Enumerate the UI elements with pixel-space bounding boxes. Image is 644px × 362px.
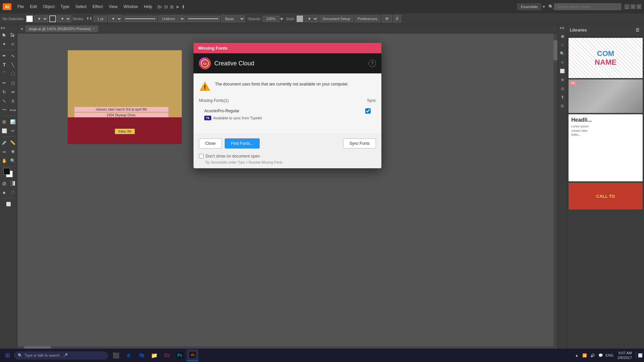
menu-select[interactable]: Select (73, 3, 89, 10)
reflect-tool[interactable]: ⇌ (9, 87, 17, 96)
type-tool[interactable]: T (0, 60, 9, 69)
pencil-tool[interactable]: ✏ (0, 78, 9, 87)
none-swatch[interactable]: ⊘ (0, 179, 9, 188)
help-icon[interactable]: ? (369, 60, 376, 67)
sync-fonts-button[interactable]: Sync Fonts (343, 138, 376, 148)
stroke-swatch[interactable] (49, 15, 56, 22)
font-sync-checkbox[interactable] (365, 108, 371, 114)
fill-swatch[interactable] (26, 15, 33, 22)
none-mode-button[interactable]: ⬡ (9, 188, 17, 197)
stroke-pt-dropdown[interactable]: ▼ (108, 15, 122, 22)
close-button[interactable]: Close (199, 138, 222, 148)
libraries-side-icon[interactable]: ⧉ (558, 102, 567, 110)
basic-select[interactable]: Basic (221, 15, 245, 22)
bridge-icon[interactable]: Br (158, 4, 162, 9)
warp-tool[interactable]: 〜 (0, 106, 9, 114)
document-setup-button[interactable]: Document Setup (320, 15, 353, 22)
select-tool[interactable] (0, 31, 9, 39)
artboard-tool[interactable]: ⬜ (0, 126, 9, 135)
blob-brush-tool[interactable]: 〇 (9, 69, 17, 78)
dont-show-checkbox[interactable] (199, 154, 204, 159)
menu-type[interactable]: Type (58, 3, 72, 10)
layers-panel-icon[interactable]: ≡ (558, 58, 567, 66)
width-tool[interactable]: ⟺ (9, 106, 17, 114)
hand-tool[interactable]: ✋ (0, 156, 9, 165)
panel-options-button[interactable]: ☰ (393, 15, 401, 22)
shape-builder-tool[interactable]: ⊞ (0, 117, 9, 126)
eraser-tool[interactable]: ◻ (9, 78, 17, 87)
canvas-mode-button[interactable]: ⬜ (4, 200, 13, 208)
menu-view[interactable]: View (106, 3, 120, 10)
tray-up-chevron[interactable]: ▲ (573, 352, 580, 359)
scroll-left-button[interactable]: ◀ (20, 27, 25, 31)
preferences-button[interactable]: Preferences (355, 15, 380, 22)
measure-tool[interactable]: 📏 (9, 138, 17, 147)
taskbar-creative-cloud[interactable]: Cc (161, 349, 173, 361)
opacity-input[interactable] (263, 16, 279, 22)
taskbar-taskview[interactable]: ⬛ (110, 349, 122, 361)
show-desktop-button[interactable]: ⬜ (636, 352, 643, 359)
shape-panel-icon[interactable]: □ (558, 41, 567, 49)
slice-tool[interactable]: ✂ (9, 126, 17, 135)
symbol-sprayer-tool[interactable]: ❋ (9, 147, 17, 156)
taskbar-search[interactable]: 🔍 Type or talk to search 🎤 (14, 352, 108, 359)
line-tool[interactable]: ╲ (9, 60, 17, 69)
stroke-input[interactable] (94, 16, 107, 22)
rotate-tool[interactable]: ↻ (0, 87, 9, 96)
minimize-button[interactable]: _ (625, 4, 629, 9)
share-icon[interactable]: ⬆ (181, 4, 185, 9)
panel-menu-icon[interactable]: ☰ (633, 26, 641, 34)
find-fonts-button[interactable]: Find Fonts... (225, 138, 260, 148)
export-panel-icon[interactable]: ⬆ (558, 93, 567, 101)
taskbar-store[interactable]: 🛍 (136, 349, 148, 361)
essentials-button[interactable]: Essentials (517, 3, 541, 10)
tray-volume-icon[interactable]: 🔊 (589, 352, 596, 359)
taskbar-edge[interactable]: e (123, 349, 135, 361)
blend-tool[interactable]: ∞ (0, 147, 9, 156)
lasso-tool[interactable]: ⊂ (9, 40, 17, 48)
direct-select-tool[interactable] (9, 31, 17, 39)
menu-file[interactable]: File (15, 3, 26, 10)
arrange-icon[interactable]: ⊞ (170, 4, 174, 9)
vertical-scrollbar[interactable] (553, 34, 557, 350)
graph-tool[interactable]: 📊 (9, 117, 17, 126)
eyedropper-tool[interactable]: 💉 (0, 138, 9, 147)
maximize-button[interactable]: □ (631, 4, 635, 9)
collapse-tools-button[interactable]: ◀◀ (1, 25, 4, 30)
start-button[interactable]: ⊞ (1, 349, 13, 361)
style-swatch[interactable] (297, 15, 303, 22)
artboard-panel-icon[interactable]: ⬜ (558, 67, 567, 75)
document-tab[interactable]: doga.ai @ 141% (RGB/GPU Preview) × (25, 25, 99, 32)
arrange-view-button[interactable]: ⊞ (382, 15, 392, 22)
menu-object[interactable]: Object (40, 3, 57, 10)
menu-effect[interactable]: Effect (90, 3, 105, 10)
pen-tool[interactable]: ✒ (0, 51, 9, 60)
appearance-panel-icon[interactable]: ◎ (558, 84, 567, 93)
menu-window[interactable]: Window (121, 3, 141, 10)
close-button[interactable]: × (637, 4, 641, 9)
arrow-icon[interactable]: ➤ (176, 4, 179, 9)
transform-panel-icon[interactable]: ⊕ (558, 76, 567, 84)
gradient-swatch[interactable] (9, 179, 17, 188)
color-panel-icon[interactable]: ◉ (558, 32, 567, 40)
close-tab-button[interactable]: × (93, 27, 95, 31)
tray-network-icon[interactable]: 📶 (581, 352, 588, 359)
search-side-icon[interactable]: 🔍 (558, 50, 567, 58)
menu-edit[interactable]: Edit (27, 3, 40, 10)
color-mode-button[interactable]: ◉ (0, 188, 9, 197)
stroke-dropdown[interactable]: ▼ (57, 15, 71, 22)
curvature-tool[interactable]: ∿ (9, 51, 17, 60)
foreground-color-swatch[interactable] (3, 168, 10, 175)
magic-wand-tool[interactable]: ✦ (0, 40, 9, 48)
taskbar-photoshop[interactable]: Ps (174, 349, 186, 361)
stock-search-input[interactable] (554, 3, 621, 10)
style-dropdown[interactable]: ▼ (305, 15, 318, 22)
fill-dropdown[interactable]: ▼ (34, 15, 48, 22)
menu-help[interactable]: Help (141, 3, 155, 10)
stock-icon[interactable]: St (164, 4, 168, 9)
shear-tool[interactable]: ⧖ (9, 97, 17, 105)
taskbar-explorer[interactable]: 📁 (148, 349, 160, 361)
vertical-scroll-thumb[interactable] (553, 40, 557, 60)
paintbrush-tool[interactable]: ⌒ (0, 69, 9, 78)
uniform-select[interactable]: Uniform (158, 15, 185, 22)
